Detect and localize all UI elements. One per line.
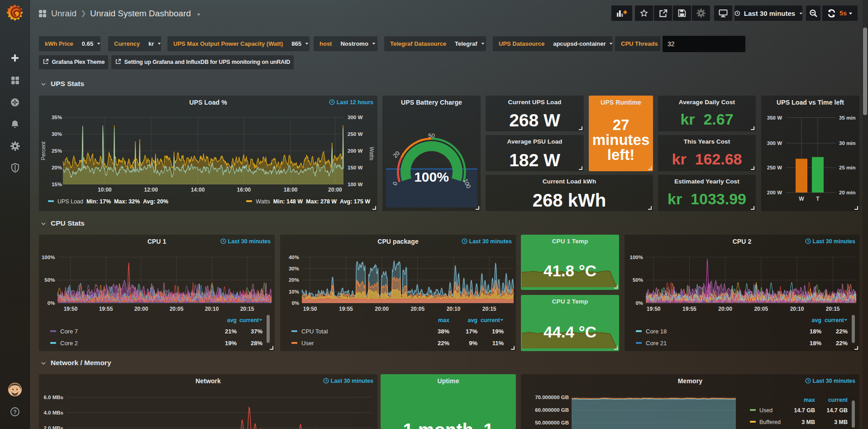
svg-text:Percent: Percent (40, 141, 47, 160)
svg-text:60.000000 GB: 60.000000 GB (535, 407, 569, 413)
svg-text:50: 50 (428, 132, 434, 139)
svg-text:200 W: 200 W (348, 148, 362, 154)
svg-text:T: T (816, 196, 820, 202)
svg-text:50.000000 GB: 50.000000 GB (535, 420, 569, 425)
svg-text:20: 20 (391, 150, 401, 159)
svg-text:6.0 MBs: 6.0 MBs (44, 395, 63, 400)
svg-text:W: W (799, 196, 804, 202)
svg-text:300 W: 300 W (767, 140, 782, 146)
svg-text:16:00: 16:00 (237, 187, 251, 193)
svg-text:25%: 25% (52, 148, 62, 154)
svg-text:300 W: 300 W (348, 115, 362, 120)
svg-text:?: ? (13, 409, 17, 415)
svg-text:20:00: 20:00 (328, 187, 342, 193)
svg-text:350 W: 350 W (767, 115, 782, 121)
svg-text:250 W: 250 W (767, 165, 782, 170)
svg-text:25 min: 25 min (839, 165, 855, 170)
svg-text:35 min: 35 min (839, 115, 855, 121)
svg-text:15%: 15% (52, 182, 62, 187)
svg-text:14:00: 14:00 (191, 187, 205, 193)
svg-text:4.0 MBs: 4.0 MBs (44, 410, 63, 415)
svg-text:100 W: 100 W (348, 182, 362, 187)
svg-text:2.0 MBs: 2.0 MBs (44, 425, 63, 429)
svg-text:35%: 35% (52, 115, 62, 120)
svg-text:200 W: 200 W (767, 190, 782, 195)
svg-text:Watts: Watts (368, 147, 375, 160)
svg-text:30%: 30% (52, 131, 62, 137)
svg-text:20 min: 20 min (839, 190, 855, 195)
svg-text:70.000000 GB: 70.000000 GB (535, 395, 569, 400)
svg-text:12:00: 12:00 (144, 187, 158, 193)
svg-text:20%: 20% (52, 165, 62, 170)
svg-text:10:00: 10:00 (98, 187, 112, 193)
svg-text:150 W: 150 W (348, 165, 362, 170)
svg-text:250 W: 250 W (348, 131, 362, 137)
svg-text:30 min: 30 min (839, 140, 855, 146)
svg-text:18:00: 18:00 (284, 187, 298, 193)
